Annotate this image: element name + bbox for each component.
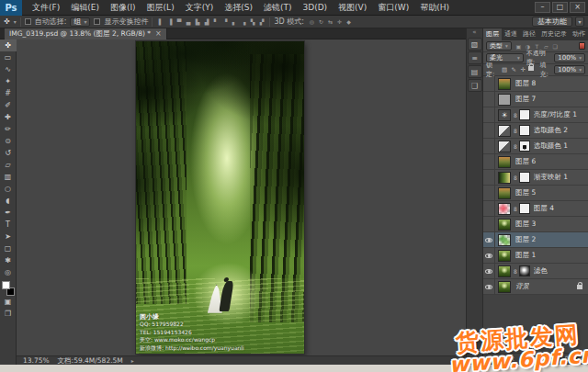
opacity-dropdown[interactable]: 100% ▾ bbox=[554, 53, 585, 62]
blur-tool-icon[interactable]: ○ bbox=[0, 183, 17, 195]
3d-drag-icon[interactable]: ⇆ bbox=[326, 17, 334, 26]
menu-item-3[interactable]: 图像(I) bbox=[105, 0, 141, 16]
layer-row-5[interactable]: 8选取颜色 1 bbox=[483, 139, 588, 154]
visibility-toggle[interactable] bbox=[483, 139, 495, 154]
new-adjustment-icon[interactable]: ◑ bbox=[531, 355, 537, 363]
healing-brush-tool-icon[interactable]: ✚ bbox=[0, 111, 17, 123]
tab-close-icon[interactable]: × bbox=[155, 28, 162, 39]
eyedropper-tool-icon[interactable]: ✐ bbox=[0, 99, 17, 111]
visibility-toggle[interactable] bbox=[483, 107, 495, 123]
screen-mode-icon[interactable]: ❐ bbox=[0, 308, 17, 320]
layer-row-1[interactable]: 图层 8 bbox=[483, 76, 588, 92]
type-tool-icon[interactable]: T bbox=[0, 219, 17, 231]
panel-tab-历史记录[interactable]: 历史记录 bbox=[538, 28, 570, 40]
document-size-info[interactable]: 文档:59.4M/582.5M bbox=[58, 356, 123, 366]
crop-tool-icon[interactable]: # bbox=[0, 87, 17, 99]
align-center-h-icon[interactable]: ▐ bbox=[165, 17, 174, 26]
workspace-button[interactable]: 基本功能 bbox=[532, 17, 572, 27]
menu-item-10[interactable]: 窗口(W) bbox=[372, 0, 414, 16]
menu-item-7[interactable]: 滤镜(T) bbox=[258, 0, 298, 16]
panel-tab-图层[interactable]: 图层 bbox=[483, 28, 502, 40]
show-transform-checkbox[interactable] bbox=[94, 18, 100, 25]
character-panel-icon[interactable]: ▤ bbox=[468, 65, 482, 78]
brush-tool-icon[interactable]: ✏ bbox=[0, 123, 17, 135]
panel-tab-通道[interactable]: 通道 bbox=[502, 28, 520, 40]
menu-item-4[interactable]: 图层(L) bbox=[141, 0, 180, 16]
link-layers-icon[interactable]: ∞ bbox=[497, 355, 503, 363]
fill-dropdown[interactable]: 100% ▾ bbox=[554, 65, 585, 74]
distribute-bottom-icon[interactable]: ▖ bbox=[230, 17, 238, 26]
gradient-tool-icon[interactable]: ▥ bbox=[0, 171, 17, 183]
distribute-right-icon[interactable]: ▞ bbox=[257, 17, 266, 26]
status-flyout-icon[interactable]: ▸ bbox=[131, 357, 134, 364]
distribute-left-icon[interactable]: ▗ bbox=[239, 17, 247, 26]
visibility-toggle[interactable] bbox=[483, 201, 495, 217]
menu-item-6[interactable]: 选择(S) bbox=[219, 0, 258, 16]
delete-layer-icon[interactable]: ⌦ bbox=[565, 355, 574, 363]
menu-item-9[interactable]: 视图(V) bbox=[333, 0, 372, 16]
quick-selection-tool-icon[interactable]: ✦ bbox=[0, 75, 17, 87]
layer-row-7[interactable]: 8渐变映射 1 bbox=[483, 170, 588, 186]
visibility-toggle[interactable] bbox=[483, 217, 495, 232]
distribute-top-icon[interactable]: ▘ bbox=[211, 17, 220, 26]
3d-roll-icon[interactable]: ↻ bbox=[317, 17, 325, 26]
lock-all-icon[interactable] bbox=[528, 66, 534, 71]
align-center-v-icon[interactable]: ▙ bbox=[193, 17, 201, 26]
minimize-button[interactable]: – bbox=[535, 2, 550, 13]
color-panel-icon[interactable]: ▧ bbox=[468, 38, 482, 51]
canvas-area[interactable]: 圆小缘QQ: 517959822TEL: 15194153426美空: www.… bbox=[17, 39, 466, 355]
new-layer-icon[interactable]: ⊞ bbox=[554, 355, 560, 363]
lock-pixels-icon[interactable]: ✎ bbox=[510, 66, 518, 74]
history-brush-tool-icon[interactable]: ↺ bbox=[0, 147, 17, 159]
visibility-toggle[interactable] bbox=[483, 264, 495, 279]
pen-tool-icon[interactable]: ✒ bbox=[0, 207, 17, 219]
close-button[interactable]: × bbox=[570, 2, 585, 13]
layer-row-4[interactable]: 8选取颜色 2 bbox=[483, 123, 588, 139]
layer-row-3[interactable]: 8亮度/对比度 1 bbox=[483, 107, 588, 123]
visibility-toggle[interactable] bbox=[483, 154, 495, 170]
lock-transparency-icon[interactable]: ▨ bbox=[501, 66, 509, 74]
layer-row-9[interactable]: 8图层 4 bbox=[483, 201, 588, 217]
menu-item-11[interactable]: 帮助(H) bbox=[414, 0, 455, 16]
lasso-tool-icon[interactable]: ∿ bbox=[0, 63, 17, 75]
foreground-color-swatch[interactable] bbox=[2, 281, 10, 289]
visibility-toggle[interactable] bbox=[483, 170, 495, 186]
menu-item-2[interactable]: 编辑(E) bbox=[65, 0, 105, 16]
visibility-toggle[interactable] bbox=[483, 248, 495, 264]
visibility-toggle[interactable] bbox=[483, 186, 495, 201]
filter-kind-dropdown[interactable]: 类型 ▾ bbox=[486, 41, 512, 51]
clone-stamp-tool-icon[interactable]: ⊙ bbox=[0, 135, 17, 147]
dock-expand-icon[interactable]: « bbox=[472, 28, 476, 37]
zoom-level-field[interactable]: 13.75% bbox=[23, 356, 50, 365]
align-bottom-icon[interactable]: ▟ bbox=[202, 17, 210, 26]
menu-item-8[interactable]: 3D(D) bbox=[297, 0, 333, 16]
shape-tool-icon[interactable]: ▢ bbox=[0, 242, 17, 254]
layer-row-11[interactable]: 图层 2 bbox=[483, 232, 588, 248]
menu-item-5[interactable]: 文字(Y) bbox=[180, 0, 220, 16]
distribute-center-v-icon[interactable]: ▝ bbox=[220, 17, 229, 26]
new-group-icon[interactable]: ❑ bbox=[543, 355, 548, 363]
move-tool-icon[interactable]: ✜ bbox=[0, 39, 17, 51]
filter-toggle-icon[interactable] bbox=[579, 42, 585, 50]
document-tab[interactable]: IMG_0319.psd @ 13.8% (图层 2, RGB/8) * × bbox=[5, 28, 167, 39]
autoselect-dropdown[interactable]: 组 ▾ bbox=[70, 17, 90, 27]
menu-item-1[interactable]: 文件(F) bbox=[27, 0, 65, 16]
path-select-tool-icon[interactable]: ➤ bbox=[0, 231, 17, 242]
filter-pixel-icon[interactable]: ▣ bbox=[514, 42, 523, 51]
visibility-toggle[interactable] bbox=[483, 232, 495, 248]
hand-tool-icon[interactable]: ✱ bbox=[0, 254, 17, 266]
align-left-icon[interactable]: ▌ bbox=[156, 17, 164, 26]
layer-row-2[interactable]: 图层 7 bbox=[483, 92, 588, 107]
quick-mask-icon[interactable]: ▣ bbox=[0, 296, 17, 308]
layer-row-8[interactable]: 图层 5 bbox=[483, 186, 588, 201]
3d-slide-icon[interactable]: ✛ bbox=[335, 17, 344, 26]
distribute-center-h-icon[interactable]: ▚ bbox=[248, 17, 256, 26]
tool-preset-caret-icon[interactable]: ▾ bbox=[14, 18, 17, 25]
visibility-toggle[interactable] bbox=[483, 76, 495, 92]
layer-row-10[interactable]: 图层 3 bbox=[483, 217, 588, 232]
panel-tab-动作[interactable]: 动作 bbox=[570, 28, 588, 40]
adjustments-panel-icon[interactable]: ≡ bbox=[468, 51, 482, 64]
panel-tab-路径[interactable]: 路径 bbox=[520, 28, 538, 40]
open-document-image[interactable]: 圆小缘QQ: 517959822TEL: 15194153426美空: www.… bbox=[136, 41, 304, 354]
eraser-tool-icon[interactable]: ▱ bbox=[0, 159, 17, 171]
